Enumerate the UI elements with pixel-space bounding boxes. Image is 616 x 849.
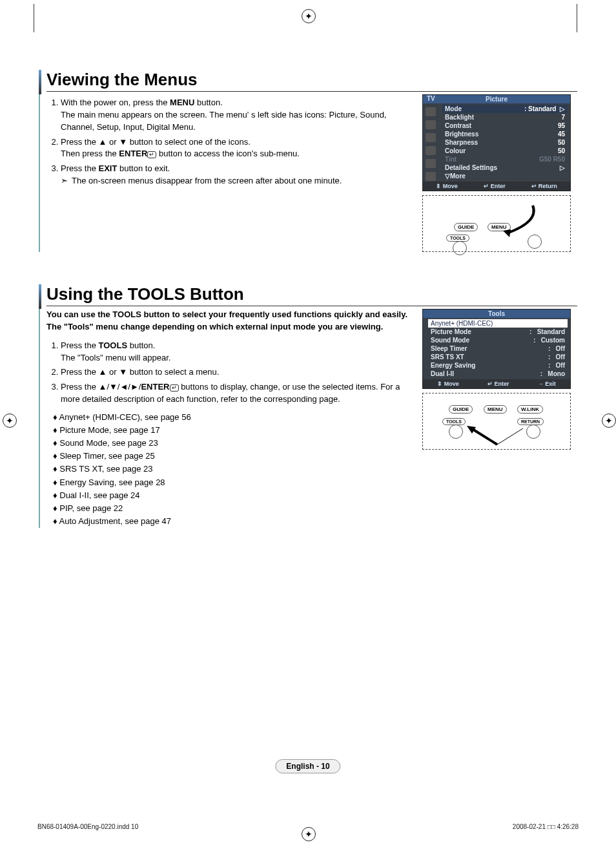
osd-row-brightness: Brightness45 [442, 130, 568, 138]
osd-row-picture-mode: Picture Mode: Standard [428, 328, 568, 336]
remote-circle-left [453, 241, 467, 255]
remote-illustration-2: GUIDE MENU W.LINK TOOLS RETURN [422, 393, 571, 450]
osd-row-more: ▽More [442, 172, 568, 180]
osd-row-tint: TintG50 R50 [442, 155, 568, 163]
remote-guide-button: GUIDE [454, 223, 478, 231]
remote-menu-button: MENU [484, 405, 507, 414]
section2-text: You can use the TOOLS button to select y… [39, 309, 415, 528]
section-tools-button: Using the TOOLS Button You can use the T… [39, 284, 577, 528]
osd-row-srs: SRS TS XT: Off [428, 353, 568, 361]
osd-sidebar-icons [426, 107, 436, 181]
osd-row-dual: Dual I-II: Mono [428, 370, 568, 378]
footer-filename: BN68-01409A-00Eng-0220.indd 10 [37, 823, 138, 830]
step-3: Press the EXIT button to exit. ➣ The on-… [61, 163, 415, 187]
osd-row-colour: Colour50 [442, 147, 568, 155]
osd-footer: ⇕ Move ↵ Enter ↩ Return [423, 182, 570, 191]
osd-row-anynet-selected: Anynet+ (HDMI-CEC) [428, 319, 568, 328]
remote-arrow-icon [462, 422, 533, 448]
section2-intro: You can use the TOOLS button to select y… [46, 309, 415, 333]
step-3: Press the ▲/▼/◄/►/ENTER↵ buttons to disp… [61, 381, 415, 406]
registration-mark-left [3, 414, 17, 428]
osd-title: Picture [423, 95, 570, 103]
step-1: Press the TOOLS button. The "Tools" menu… [61, 340, 415, 364]
osd-row-contrast: Contrast95 [442, 121, 568, 130]
remote-illustration-1: GUIDE MENU TOOLS [422, 195, 571, 252]
registration-mark-bottom [302, 827, 316, 841]
ref-item: PIP, see page 22 [53, 502, 415, 515]
osd-row-backlight: Backlight7 [442, 113, 568, 121]
section-title: Viewing the Menus [46, 70, 577, 92]
ref-item: Sound Mode, see page 23 [53, 437, 415, 450]
osd-row-mode: Mode: Standard ▷ [442, 105, 568, 113]
registration-mark-top [302, 9, 316, 23]
osd-row-sharpness: Sharpness50 [442, 138, 568, 147]
remote-wlink-button: W.LINK [517, 405, 543, 414]
note-icon: ➣ [61, 175, 68, 187]
osd-footer: ⇕ Move ↵ Enter → Exit [423, 379, 570, 388]
remote-circle-left [449, 424, 463, 439]
osd-picture-menu: TV Picture Mode: Standard ▷ Backlight7 C… [422, 94, 571, 191]
section-title: Using the TOOLS Button [46, 284, 577, 306]
ref-item: Dual I-II, see page 24 [53, 489, 415, 502]
step-2: Press the ▲ or ▼ button to select one of… [61, 136, 415, 161]
ref-item: Anynet+ (HDMI-CEC), see page 56 [53, 411, 415, 424]
osd-tv-badge: TV [423, 95, 439, 102]
ref-item: Auto Adjustment, see page 47 [53, 515, 415, 528]
osd-row-sleep: Sleep Timer: Off [428, 344, 568, 353]
footer-timestamp: 2008-02-21 □□ 4:26:28 [513, 823, 579, 830]
remote-guide-button: GUIDE [449, 405, 473, 414]
step-1: With the power on, press the MENU button… [61, 97, 415, 134]
ref-item: SRS TS XT, see page 23 [53, 463, 415, 476]
svg-marker-0 [503, 229, 511, 237]
section-viewing-menus: Viewing the Menus With the power on, pre… [39, 70, 577, 252]
ref-item: Picture Mode, see page 17 [53, 424, 415, 437]
osd-row-sound-mode: Sound Mode: Custom [428, 336, 568, 344]
reference-list: Anynet+ (HDMI-CEC), see page 56 Picture … [53, 411, 415, 528]
step-2: Press the ▲ or ▼ button to select a menu… [61, 366, 415, 379]
osd-row-energy: Energy Saving: Off [428, 361, 568, 370]
remote-arrow-icon [494, 202, 546, 247]
ref-item: Energy Saving, see page 28 [53, 476, 415, 489]
section1-text: With the power on, press the MENU button… [39, 94, 415, 252]
registration-mark-right [602, 414, 616, 428]
ref-item: Sleep Timer, see page 25 [53, 450, 415, 463]
osd-tools-menu: Tools Anynet+ (HDMI-CEC) Picture Mode: S… [422, 309, 571, 389]
osd-title: Tools [423, 309, 570, 318]
page-number-badge: English - 10 [275, 759, 340, 773]
osd-row-detailed: Detailed Settings▷ [442, 163, 568, 172]
